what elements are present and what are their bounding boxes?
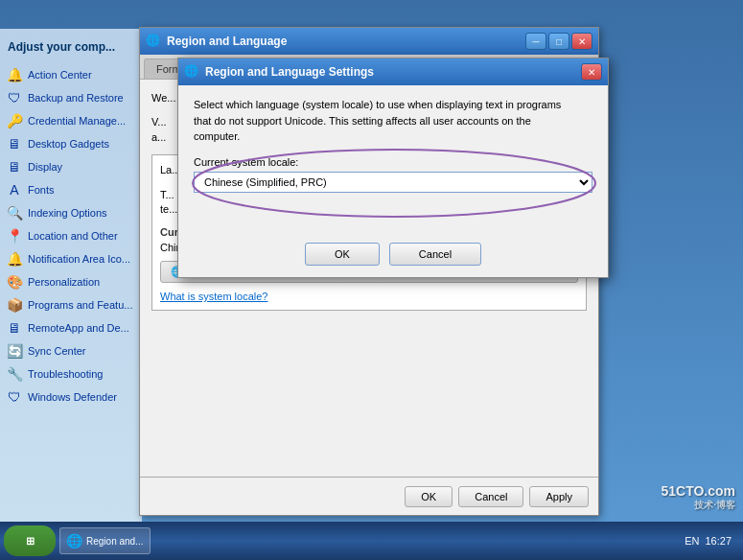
gadgets-icon: 🖥 xyxy=(6,135,23,152)
dialog-close-button[interactable]: ✕ xyxy=(581,63,602,81)
window-controls: ─ □ ✕ xyxy=(525,33,592,50)
sidebar-item-fonts[interactable]: A Fonts xyxy=(0,178,142,201)
sidebar-item-programs[interactable]: 📦 Programs and Featu... xyxy=(0,293,142,316)
dialog-cancel-button[interactable]: Cancel xyxy=(389,243,481,266)
action-center-icon: 🔔 xyxy=(6,66,23,83)
sidebar-item-label: Backup and Restore xyxy=(28,92,124,104)
dialog-locale-label: Current system locale: xyxy=(194,156,592,168)
sidebar-item-remoteapp[interactable]: 🖥 RemoteApp and De... xyxy=(0,316,142,339)
dialog-icon: 🌐 xyxy=(184,64,199,80)
sidebar-item-label: Notification Area Ico... xyxy=(28,253,130,265)
taskbar-item-label-1: Region and... xyxy=(86,536,144,547)
start-button[interactable]: ⊞ xyxy=(4,525,56,556)
taskbar-tray: EN 16:27 xyxy=(677,535,739,547)
locale-select[interactable]: Chinese (Simplified, PRC) xyxy=(194,172,592,193)
sidebar-item-label: Action Center xyxy=(28,69,92,81)
sidebar-item-sync-center[interactable]: 🔄 Sync Center xyxy=(0,339,142,362)
sidebar-item-label: Windows Defender xyxy=(28,391,117,403)
dialog-select-row: Chinese (Simplified, PRC) xyxy=(194,172,592,193)
sidebar-item-label: RemoteApp and De... xyxy=(28,322,129,334)
main-window-icon: 🌐 xyxy=(146,34,161,49)
maximize-button[interactable]: □ xyxy=(548,33,569,50)
sidebar-item-troubleshooting[interactable]: 🔧 Troubleshooting xyxy=(0,362,142,385)
sidebar: Adjust your comp... 🔔 Action Center 🛡 Ba… xyxy=(0,29,142,522)
sidebar-item-label: Display xyxy=(28,161,62,173)
indexing-icon: 🔍 xyxy=(6,204,23,222)
sidebar-item-label: Indexing Options xyxy=(28,207,107,219)
sidebar-item-label: Desktop Gadgets xyxy=(28,138,109,150)
sidebar-item-label: Sync Center xyxy=(28,345,86,357)
sidebar-item-display[interactable]: 🖥 Display xyxy=(0,155,142,178)
sidebar-item-label: Fonts xyxy=(28,184,55,196)
sidebar-header: Adjust your comp... xyxy=(0,36,142,63)
dialog-title: Region and Language Settings xyxy=(205,65,575,79)
dialog-ok-button[interactable]: OK xyxy=(305,243,380,266)
main-window-titlebar: 🌐 Region and Language ─ □ ✕ xyxy=(140,28,598,55)
taskbar-time: 16:27 xyxy=(705,535,731,547)
taskbar-items: 🌐 Region and... xyxy=(59,527,677,554)
main-window-footer: OK Cancel Apply xyxy=(140,477,598,515)
sidebar-item-defender[interactable]: 🛡 Windows Defender xyxy=(0,385,142,408)
credential-icon: 🔑 xyxy=(6,112,23,129)
sidebar-item-personalization[interactable]: 🎨 Personalization xyxy=(0,270,142,293)
sidebar-item-credential-manager[interactable]: 🔑 Credential Manage... xyxy=(0,109,142,132)
dialog-titlebar: 🌐 Region and Language Settings ✕ xyxy=(178,58,608,85)
dialog-region-settings: 🌐 Region and Language Settings ✕ Select … xyxy=(177,58,609,278)
close-button[interactable]: ✕ xyxy=(571,33,592,50)
taskbar: ⊞ 🌐 Region and... EN 16:27 xyxy=(0,522,743,560)
system-locale-link[interactable]: What is system locale? xyxy=(160,291,578,302)
sidebar-item-label: Troubleshooting xyxy=(28,368,103,380)
remoteapp-icon: 🖥 xyxy=(6,319,23,337)
troubleshooting-icon: 🔧 xyxy=(6,365,23,383)
sidebar-item-action-center[interactable]: 🔔 Action Center xyxy=(0,63,142,86)
sync-icon: 🔄 xyxy=(6,342,23,360)
taskbar-item-1[interactable]: 🌐 Region and... xyxy=(59,527,151,554)
minimize-button[interactable]: ─ xyxy=(525,33,546,50)
sidebar-item-notification[interactable]: 🔔 Notification Area Ico... xyxy=(0,247,142,270)
dialog-description: Select which language (system locale) to… xyxy=(194,97,592,145)
notification-icon: 🔔 xyxy=(6,250,23,268)
display-icon: 🖥 xyxy=(6,158,23,175)
watermark-text: 51CTO.com xyxy=(661,483,735,499)
sidebar-item-indexing[interactable]: 🔍 Indexing Options xyxy=(0,201,142,224)
defender-icon: 🛡 xyxy=(6,388,23,406)
personalization-icon: 🎨 xyxy=(6,273,23,291)
sidebar-item-label: Programs and Featu... xyxy=(28,299,132,311)
sidebar-item-label: Personalization xyxy=(28,276,100,288)
start-label: ⊞ xyxy=(26,535,35,548)
sidebar-item-backup-restore[interactable]: 🛡 Backup and Restore xyxy=(0,86,142,109)
apply-button[interactable]: Apply xyxy=(529,486,589,507)
sidebar-item-location[interactable]: 📍 Location and Other xyxy=(0,224,142,247)
location-icon: 📍 xyxy=(6,227,23,245)
sidebar-item-label: Credential Manage... xyxy=(28,115,126,127)
programs-icon: 📦 xyxy=(6,296,23,314)
dialog-footer: OK Cancel xyxy=(178,243,608,266)
language-indicator: EN xyxy=(685,535,699,547)
clock-time: 16:27 xyxy=(705,535,731,547)
dialog-content: Select which language (system locale) to… xyxy=(178,85,608,216)
sidebar-item-label: Location and Other xyxy=(28,230,118,242)
main-window-title: Region and Language xyxy=(167,35,520,48)
taskbar-icon-1: 🌐 xyxy=(66,533,82,548)
watermark-sub: 技术·博客 xyxy=(661,499,735,512)
cancel-button[interactable]: Cancel xyxy=(458,486,523,507)
sidebar-item-desktop-gadgets[interactable]: 🖥 Desktop Gadgets xyxy=(0,132,142,155)
backup-icon: 🛡 xyxy=(6,89,23,106)
watermark: 51CTO.com 技术·博客 xyxy=(661,483,735,512)
desktop: Adjust your comp... 🔔 Action Center 🛡 Ba… xyxy=(0,0,743,560)
ok-button[interactable]: OK xyxy=(405,486,453,507)
fonts-icon: A xyxy=(6,181,23,198)
